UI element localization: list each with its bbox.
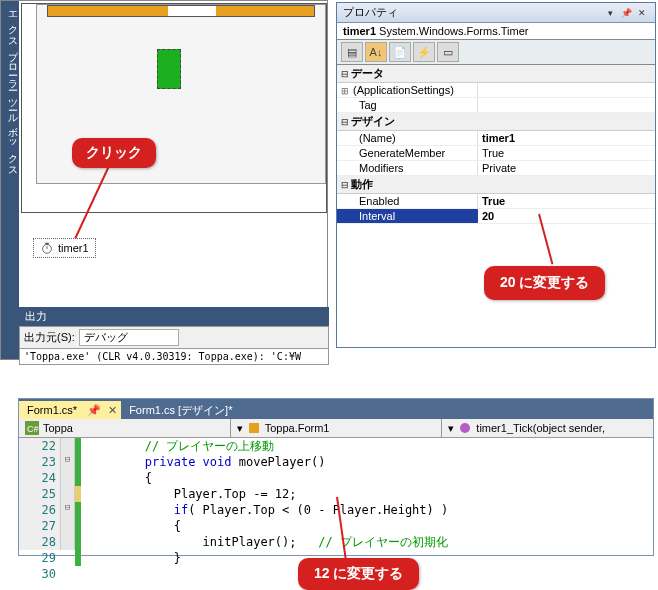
nav-namespace[interactable]: C#Toppa xyxy=(19,419,231,437)
properties-title-text: プロパティ xyxy=(343,5,601,20)
tray-timer-item[interactable]: timer1 xyxy=(33,238,96,258)
svg-point-6 xyxy=(460,423,470,433)
row-tag[interactable]: Tag xyxy=(337,98,655,113)
collapse-icon[interactable]: ⊟ xyxy=(339,180,351,190)
output-title: 出力 xyxy=(19,307,329,326)
code-tab-strip: Form1.cs* 📌 ✕ Form1.cs [デザイン]* xyxy=(19,399,653,419)
properties-titlebar: プロパティ ▾ 📌 ✕ xyxy=(337,3,655,23)
collapse-icon[interactable]: ⊟ xyxy=(61,454,74,470)
properties-object-row[interactable]: timer1 System.Windows.Forms.Timer xyxy=(337,23,655,40)
properties-object-type: System.Windows.Forms.Timer xyxy=(379,25,528,37)
change-12-callout: 12 に変更する xyxy=(298,558,419,590)
code-body[interactable]: 222324252627282930 ⊟⊟ // プレイヤーの上移動 priva… xyxy=(19,438,653,550)
nav-class[interactable]: ▾Toppa.Form1 xyxy=(231,419,443,437)
row-enabled[interactable]: EnabledTrue xyxy=(337,194,655,209)
category-design[interactable]: ⊟デザイン xyxy=(337,113,655,131)
pin-icon[interactable]: 📌 xyxy=(619,6,633,20)
form-designer-panel: エクスプローラー ツールボックス timer1 出力 出力元(S): デバッグ … xyxy=(0,0,328,360)
tray-timer-label: timer1 xyxy=(58,242,89,254)
dropdown-icon[interactable]: ▾ xyxy=(603,6,617,20)
expand-icon[interactable]: ⊞ xyxy=(341,86,349,96)
svg-rect-1 xyxy=(45,243,49,245)
row-name[interactable]: (Name)timer1 xyxy=(337,131,655,146)
close-icon[interactable]: ✕ xyxy=(635,6,649,20)
pages-icon[interactable]: ▭ xyxy=(437,42,459,62)
orange-bar-control[interactable] xyxy=(47,5,315,17)
properties-grid: ⊟データ ⊞(ApplicationSettings) Tag ⊟デザイン (N… xyxy=(337,65,655,224)
component-tray: timer1 xyxy=(21,226,327,276)
code-editor-panel: Form1.cs* 📌 ✕ Form1.cs [デザイン]* C#Toppa ▾… xyxy=(18,398,654,556)
output-src-label: 出力元(S): xyxy=(24,330,75,345)
categorize-icon[interactable]: ▤ xyxy=(341,42,363,62)
row-modifiers[interactable]: ModifiersPrivate xyxy=(337,161,655,176)
csharp-icon: C# xyxy=(25,421,39,435)
pin-tab-icon[interactable]: 📌 xyxy=(85,401,103,419)
output-panel: 出力 出力元(S): デバッグ 'Toppa.exe' (CLR v4.0.30… xyxy=(19,307,329,357)
collapse-icon[interactable]: ⊟ xyxy=(339,69,351,79)
line-number-gutter: 222324252627282930 xyxy=(19,438,61,550)
output-log-line: 'Toppa.exe' (CLR v4.0.30319: Toppa.exe):… xyxy=(19,349,329,365)
collapse-icon[interactable]: ⊟ xyxy=(61,502,74,518)
category-behavior[interactable]: ⊟動作 xyxy=(337,176,655,194)
properties-toolbar: ▤ A↓ 📄 ⚡ ▭ xyxy=(337,40,655,65)
category-data[interactable]: ⊟データ xyxy=(337,65,655,83)
svg-text:C#: C# xyxy=(27,424,39,434)
sort-icon[interactable]: A↓ xyxy=(365,42,387,62)
vertical-toolbox-strip[interactable]: エクスプローラー ツールボックス xyxy=(1,1,19,359)
timer-icon xyxy=(40,241,54,255)
svg-rect-5 xyxy=(249,423,259,433)
collapse-icon[interactable]: ⊟ xyxy=(339,117,351,127)
close-tab-icon[interactable]: ✕ xyxy=(103,401,121,419)
code-nav-bar: C#Toppa ▾Toppa.Form1 ▾timer1_Tick(object… xyxy=(19,419,653,438)
dropdown-icon: ▾ xyxy=(448,422,454,435)
change-20-callout: 20 に変更する xyxy=(484,266,605,300)
row-applicationsettings[interactable]: ⊞(ApplicationSettings) xyxy=(337,83,655,98)
nav-method[interactable]: ▾timer1_Tick(object sender, xyxy=(442,419,653,437)
design-canvas[interactable] xyxy=(21,3,327,213)
class-icon xyxy=(247,421,261,435)
click-callout: クリック xyxy=(72,138,156,168)
dropdown-icon: ▾ xyxy=(237,422,243,435)
tab-form1-design[interactable]: Form1.cs [デザイン]* xyxy=(121,401,240,419)
row-interval[interactable]: Interval20 xyxy=(337,209,655,224)
row-generatemember[interactable]: GenerateMemberTrue xyxy=(337,146,655,161)
method-icon xyxy=(458,421,472,435)
code-text-area[interactable]: // プレイヤーの上移動 private void movePlayer() {… xyxy=(81,438,653,550)
events-icon[interactable]: ⚡ xyxy=(413,42,435,62)
properties-object-name: timer1 xyxy=(343,25,376,37)
props-icon[interactable]: 📄 xyxy=(389,42,411,62)
player-control[interactable] xyxy=(157,49,181,89)
output-src-row: 出力元(S): デバッグ xyxy=(19,326,329,349)
output-src-select[interactable]: デバッグ xyxy=(79,329,179,346)
tab-form1-cs[interactable]: Form1.cs* xyxy=(19,401,85,419)
outline-gutter: ⊟⊟ xyxy=(61,438,75,550)
